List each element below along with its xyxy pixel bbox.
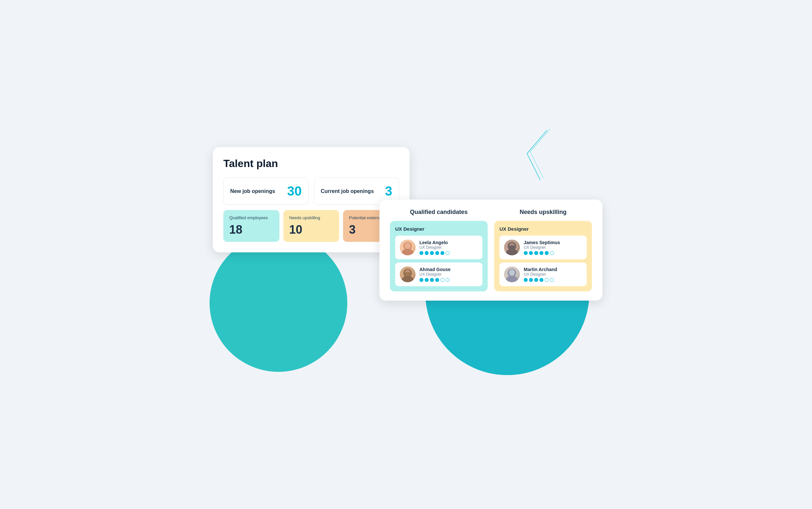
- candidate-james-card: James Septimus UX Designer: [500, 236, 587, 259]
- james-info: James Septimus UX Designer: [524, 240, 560, 255]
- main-metrics-row: New job openings 30 Current job openings…: [223, 177, 399, 205]
- dot: [430, 278, 434, 282]
- dot: [545, 278, 549, 282]
- ahmad-info: Ahmad Gouse UX Designer: [419, 267, 451, 282]
- dot: [540, 278, 544, 282]
- dot: [419, 251, 423, 255]
- james-name: James Septimus: [524, 240, 560, 245]
- qualified-column-header: Qualified candidates: [390, 209, 488, 215]
- svg-point-3: [402, 249, 413, 255]
- dot: [425, 278, 429, 282]
- candidates-card: Qualified candidates UX Designer: [379, 200, 602, 301]
- leela-role: UX Designer: [419, 245, 450, 250]
- dot: [440, 251, 444, 255]
- new-job-openings-label: New job openings: [230, 189, 275, 194]
- martin-skill-dots: [524, 278, 557, 282]
- blob-left: [210, 234, 347, 372]
- martin-role: UX Designer: [524, 272, 557, 277]
- james-role: UX Designer: [524, 245, 560, 250]
- svg-point-2: [405, 242, 411, 249]
- dot: [435, 251, 439, 255]
- qualified-column: Qualified candidates UX Designer: [390, 209, 488, 292]
- decorative-lines-icon: [494, 127, 560, 193]
- dot: [425, 251, 429, 255]
- ahmad-name: Ahmad Gouse: [419, 267, 451, 272]
- dot: [524, 278, 528, 282]
- svg-point-13: [509, 269, 515, 276]
- qualified-employees-box: Qualified employees 18: [223, 210, 280, 242]
- dot: [534, 278, 538, 282]
- dot: [446, 278, 450, 282]
- talent-plan-title: Talent plan: [223, 158, 399, 170]
- dot: [446, 251, 450, 255]
- dot: [550, 251, 554, 255]
- small-metrics-row: Qualified employees 18 Needs upskilling …: [223, 210, 399, 242]
- current-job-openings-value: 3: [385, 184, 392, 199]
- qualified-category-section: UX Designer Leela Angelo: [390, 221, 488, 292]
- dot: [540, 251, 544, 255]
- svg-point-14: [506, 276, 518, 282]
- ahmad-avatar-icon: [400, 267, 415, 282]
- svg-point-7: [402, 276, 413, 282]
- ahmad-role: UX Designer: [419, 272, 451, 277]
- current-job-openings-label: Current job openings: [321, 189, 374, 194]
- martin-info: Martin Archand UX Designer: [524, 267, 557, 282]
- qualified-category-label: UX Designer: [395, 226, 482, 232]
- dot: [435, 278, 439, 282]
- candidate-leela-card: Leela Angelo UX Designer: [395, 236, 482, 259]
- scene: Talent plan New job openings 30 Current …: [203, 127, 609, 382]
- upskilling-category-section: UX Designer James Septimus: [494, 221, 592, 292]
- dot: [440, 278, 444, 282]
- dot: [524, 251, 528, 255]
- james-avatar-icon: [504, 240, 520, 255]
- dot: [419, 278, 423, 282]
- dot: [529, 278, 533, 282]
- leela-avatar-icon: [400, 240, 415, 255]
- avatar-martin: [504, 267, 520, 282]
- dot: [545, 251, 549, 255]
- dot: [430, 251, 434, 255]
- upskilling-column-header: Needs upskilling: [494, 209, 592, 215]
- avatar-leela: [400, 240, 415, 255]
- needs-upskilling-value: 10: [289, 223, 334, 237]
- qualified-employees-label: Qualified employees: [229, 215, 273, 220]
- avatar-ahmad: [400, 267, 415, 282]
- leela-info: Leela Angelo UX Designer: [419, 240, 450, 255]
- dot: [534, 251, 538, 255]
- upskilling-category-label: UX Designer: [500, 226, 587, 232]
- needs-upskilling-box: Needs upskilling 10: [283, 210, 339, 242]
- qualified-employees-value: 18: [229, 223, 273, 237]
- ahmad-skill-dots: [419, 278, 451, 282]
- candidates-columns: Qualified candidates UX Designer: [390, 209, 592, 292]
- needs-upskilling-label: Needs upskilling: [289, 215, 334, 220]
- dot: [529, 251, 533, 255]
- candidate-ahmad-card: Ahmad Gouse UX Designer: [395, 263, 482, 286]
- martin-name: Martin Archand: [524, 267, 557, 272]
- new-job-openings-box: New job openings 30: [223, 177, 308, 205]
- leela-skill-dots: [419, 251, 450, 255]
- martin-avatar-icon: [504, 267, 520, 282]
- svg-point-6: [404, 272, 411, 275]
- james-skill-dots: [524, 251, 560, 255]
- candidate-martin-card: Martin Archand UX Designer: [500, 263, 587, 286]
- leela-name: Leela Angelo: [419, 240, 450, 245]
- svg-point-11: [506, 249, 518, 255]
- avatar-james: [504, 240, 520, 255]
- new-job-openings-value: 30: [287, 184, 302, 199]
- upskilling-column: Needs upskilling UX Designer: [494, 209, 592, 292]
- dot: [550, 278, 554, 282]
